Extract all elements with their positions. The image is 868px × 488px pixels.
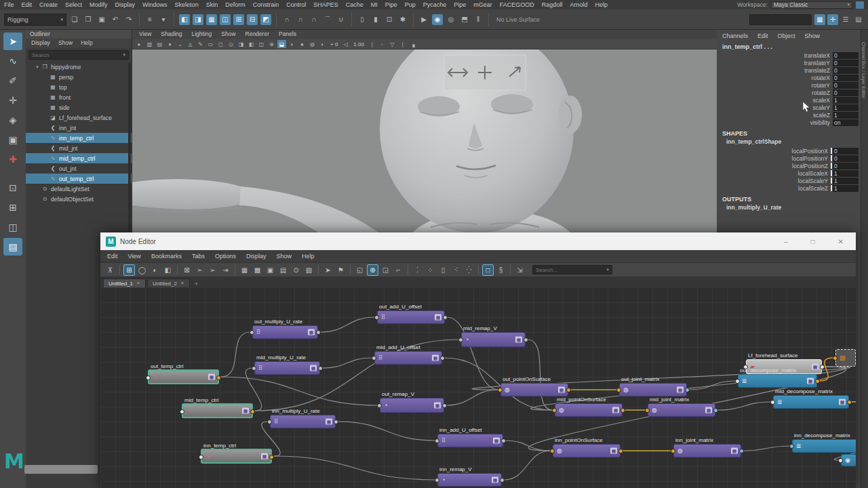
node-editor-toolbar-icon[interactable]: ⊞: [123, 264, 135, 276]
viewport-toolbar-icon[interactable]: ◬: [186, 40, 195, 48]
outliner-item-mid-temp-ctrl[interactable]: ∿mid_temp_ctrl: [26, 153, 132, 163]
node-editor-toolbar-icon[interactable]: ◲: [380, 264, 391, 276]
node-editor-toolbar-icon[interactable]: ⁖: [450, 264, 462, 276]
output-port[interactable]: [713, 408, 718, 413]
channel-value-field[interactable]: 0: [833, 155, 859, 162]
output-port[interactable]: [443, 315, 448, 320]
node-editor-menu-display[interactable]: Display: [246, 253, 267, 260]
viewport-toolbar-icon[interactable]: ◶: [226, 40, 235, 48]
input-port[interactable]: [267, 420, 272, 424]
statusline-icon[interactable]: ❐: [83, 14, 94, 25]
statusline-icon[interactable]: ↶: [110, 14, 121, 25]
graph-node-inn-temp-ctrl[interactable]: inn_temp_ctrl∿▦: [201, 449, 272, 464]
node-editor-toolbar-icon[interactable]: ⇲: [514, 264, 526, 276]
outliner-item-out-temp-ctrl[interactable]: ∿out_temp_ctrl: [26, 174, 132, 184]
node-expand-icon[interactable]: ▦: [515, 337, 522, 343]
statusline-icon[interactable]: ◧: [179, 14, 190, 25]
menu-item-arnold[interactable]: Arnold: [570, 1, 587, 8]
node-expand-icon[interactable]: ▦: [435, 314, 441, 321]
outliner-item-inn-jnt[interactable]: ❮inn_jnt: [26, 123, 132, 133]
graph-node-mid-add-u-offset[interactable]: mid_add_U_offset⠿▦: [374, 351, 442, 365]
graph-node-inn-decompose-matrix[interactable]: inn_decompose_matrix≣▦: [792, 439, 856, 453]
viewport-menu-panels[interactable]: Panels: [279, 30, 296, 39]
output-port[interactable]: [847, 400, 852, 405]
viewport-toolbar-icon[interactable]: ◻: [216, 40, 225, 48]
menu-item-skin[interactable]: Skin: [206, 1, 218, 8]
output-port[interactable]: [442, 403, 447, 408]
viewport-toolbar-icon[interactable]: ▗: [408, 40, 417, 48]
output-port[interactable]: [334, 420, 338, 424]
statusline-icon[interactable]: ▯: [357, 14, 368, 25]
node-expand-icon[interactable]: ▦: [705, 407, 712, 413]
channel-value-field[interactable]: 0: [833, 52, 859, 59]
channel-slider[interactable]: [831, 185, 832, 191]
viewport-toolbar-icon[interactable]: ◁: [341, 40, 350, 48]
channelbox-menu-object[interactable]: Object: [778, 33, 795, 39]
input-port[interactable]: [377, 403, 382, 408]
menu-item-deform[interactable]: Deform: [225, 1, 245, 8]
channel-row-localpositiony[interactable]: localPositionY0: [717, 155, 868, 162]
layout-outliner[interactable]: ▤: [3, 238, 22, 256]
new-tab-button[interactable]: +: [191, 281, 201, 287]
node-editor-toolbar-icon[interactable]: ▧: [303, 264, 315, 276]
layout-two[interactable]: ◫: [3, 218, 22, 236]
graph-node-mid-remap-v[interactable]: mid_remap_V◔▦: [461, 332, 526, 347]
node-expand-icon[interactable]: ▦: [208, 374, 215, 380]
node-editor-menu-help[interactable]: Help: [302, 253, 315, 260]
statusline-icon[interactable]: ∩: [295, 14, 306, 25]
viewport-toolbar-icon[interactable]: ◍: [308, 40, 317, 48]
statusline-icon[interactable]: ∩: [309, 14, 319, 25]
statusline-icon[interactable]: ‖: [473, 14, 484, 25]
viewport-toolbar-icon[interactable]: ◨: [237, 40, 245, 48]
statusline-icon[interactable]: ⊟: [247, 14, 258, 25]
range-slider-bar[interactable]: [24, 465, 98, 474]
node-editor-menu-edit[interactable]: Edit: [107, 253, 118, 260]
input-port[interactable]: [252, 366, 256, 371]
node-editor-toolbar-icon[interactable]: ⇥: [220, 264, 231, 276]
statusline-icon[interactable]: ▮: [370, 14, 381, 25]
outliner-item-out-jnt[interactable]: ❮out_jnt: [26, 163, 132, 174]
node-editor-menu-view[interactable]: View: [128, 253, 141, 260]
graph-node-sel-node[interactable]: ▨: [835, 349, 856, 367]
node-expand-icon[interactable]: ▦: [807, 378, 814, 384]
node-expand-icon[interactable]: ▦: [610, 448, 617, 454]
node-expand-icon[interactable]: ▦: [812, 364, 818, 370]
node-editor-menu-bookmarks[interactable]: Bookmarks: [151, 253, 182, 260]
graph-node-mid-decompose-matrix[interactable]: mid_decompose_matrix≣▦: [773, 395, 849, 409]
viewport-menu-lighting[interactable]: Lighting: [191, 30, 212, 39]
outputs-item[interactable]: inn_multiply_U_rate: [717, 203, 868, 213]
outliner-item-inn-temp-ctrl[interactable]: ∿inn_temp_ctrl: [26, 133, 132, 143]
graph-node-out-decompose-matrix[interactable]: out_decompose_matrix≣▦: [738, 374, 817, 388]
layout-single[interactable]: ⊡: [3, 179, 22, 197]
channel-value-field[interactable]: 0: [833, 89, 859, 96]
node-editor-toolbar-icon[interactable]: ◧: [162, 264, 174, 276]
lasso-tool[interactable]: ∿: [3, 52, 22, 70]
menu-item-modify[interactable]: Modify: [90, 1, 108, 8]
node-editor-menu-options[interactable]: Options: [215, 253, 236, 260]
menu-item-edit[interactable]: Edit: [22, 1, 33, 8]
menu-item-display[interactable]: Display: [115, 1, 136, 8]
channel-value-field[interactable]: 0: [833, 148, 859, 155]
outliner-item-side[interactable]: ▦side: [26, 102, 132, 113]
node-editor-toolbar-icon[interactable]: ◐: [149, 264, 161, 276]
output-port[interactable]: [820, 365, 825, 369]
node-expand-icon[interactable]: ▦: [326, 419, 332, 425]
outliner-search-input[interactable]: Search ▾: [28, 50, 129, 60]
graph-node-mid-pointonsurface[interactable]: mid_pointOnSurface◍▦: [555, 403, 623, 417]
node-expand-icon[interactable]: ▦: [612, 407, 619, 413]
node-expand-icon[interactable]: ▦: [242, 408, 249, 414]
node-expand-icon[interactable]: ▦: [492, 477, 498, 483]
paint-select-tool[interactable]: ✐: [3, 72, 22, 89]
input-port[interactable]: [498, 388, 502, 392]
node-editor-toolbar-icon[interactable]: ⊙: [290, 264, 302, 276]
viewport-toolbar-icon[interactable]: ◧: [247, 40, 256, 48]
menu-item-pup[interactable]: Pup: [405, 1, 416, 8]
node-editor-titlebar[interactable]: M Node Editor –□✕: [100, 232, 856, 250]
channelbox-menu-edit[interactable]: Edit: [757, 33, 768, 39]
outliner-item-top[interactable]: ▦top: [26, 82, 132, 92]
sidebar-toggle-icon[interactable]: ✛: [827, 14, 838, 25]
input-port[interactable]: [645, 408, 650, 413]
node-editor-toolbar-icon[interactable]: ⁛: [463, 264, 475, 276]
output-port[interactable]: [216, 375, 221, 380]
statusline-icon[interactable]: ✱: [397, 14, 408, 25]
